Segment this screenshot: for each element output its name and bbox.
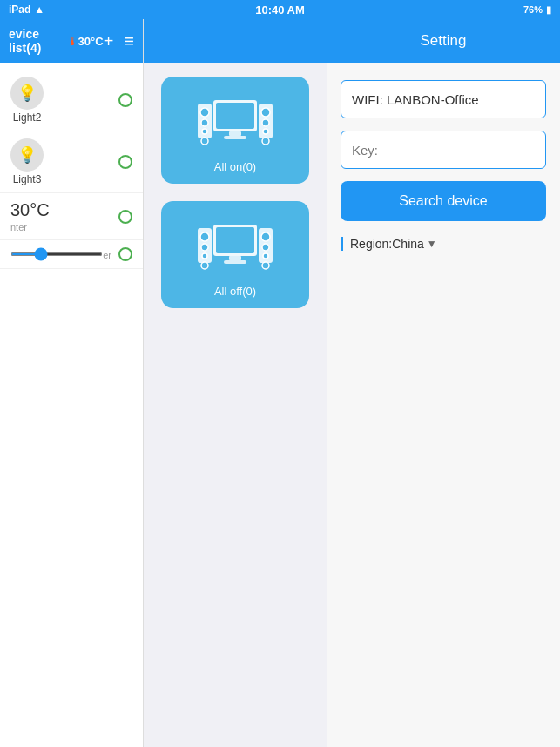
light2-label: Light2 — [13, 111, 42, 124]
svg-point-19 — [261, 232, 270, 241]
light2-status-dot — [118, 93, 132, 107]
status-right: 76% ▮ — [523, 4, 551, 16]
svg-point-26 — [201, 262, 208, 269]
battery-icon: ▮ — [546, 4, 551, 16]
battery-percent: 76% — [523, 4, 543, 15]
svg-point-21 — [263, 253, 268, 259]
temp-status-dot — [118, 210, 132, 224]
device-list: 💡 Light2 💡 Light3 30°C nter — [0, 63, 143, 747]
all-on-label: All on(0) — [214, 160, 256, 173]
svg-rect-24 — [229, 256, 241, 260]
app-container: evice list(4) 🌡 30°C + ≡ 💡 Light2 💡 — [0, 19, 560, 747]
temp-badge: 30°C — [78, 35, 104, 48]
brightness-slider[interactable] — [10, 252, 103, 256]
left-header: evice list(4) 🌡 30°C + ≡ — [0, 19, 143, 63]
light3-status-dot — [118, 155, 132, 169]
svg-point-16 — [201, 244, 208, 251]
left-panel: evice list(4) 🌡 30°C + ≡ 💡 Light2 💡 — [0, 19, 144, 747]
device-list-title: evice list(4) — [9, 27, 64, 55]
svg-rect-9 — [216, 103, 254, 129]
status-left: iPad ▲ — [9, 3, 44, 16]
middle-header — [144, 19, 327, 63]
svg-rect-11 — [224, 136, 246, 139]
svg-point-5 — [261, 108, 270, 117]
svg-point-20 — [262, 244, 269, 251]
middle-content: All on(0) — [144, 63, 327, 747]
light2-icon: 💡 — [10, 77, 44, 110]
home-theater-off-svg — [196, 218, 274, 274]
chevron-down-icon: ▼ — [427, 238, 437, 250]
right-header: Setting — [327, 19, 560, 63]
svg-point-15 — [200, 232, 209, 241]
svg-point-7 — [263, 129, 268, 134]
device-item-left: 💡 Light2 — [10, 77, 44, 124]
svg-point-2 — [201, 119, 208, 126]
region-label: Region:China — [350, 237, 424, 251]
wifi-input[interactable] — [341, 80, 546, 118]
add-icon[interactable]: + — [104, 31, 114, 51]
wifi-icon: ▲ — [34, 3, 44, 16]
svg-point-12 — [201, 138, 208, 145]
temp-sublabel: nter — [10, 222, 50, 232]
all-on-card[interactable]: All on(0) — [161, 77, 309, 184]
search-device-label: Search device — [399, 193, 487, 209]
svg-rect-25 — [224, 260, 246, 264]
svg-rect-10 — [229, 131, 241, 136]
svg-point-13 — [262, 138, 269, 145]
status-bar: iPad ▲ 10:40 AM 76% ▮ — [0, 0, 560, 19]
temp-value: 30°C — [10, 200, 50, 220]
temp-display: 30°C nter — [10, 200, 50, 232]
device-item-left-3: 💡 Light3 — [10, 138, 44, 185]
header-icons: + ≡ — [104, 31, 134, 51]
slider-label: er — [103, 250, 111, 260]
status-time: 10:40 AM — [255, 3, 305, 17]
temperature-icon: 🌡 — [67, 35, 78, 48]
search-device-button[interactable]: Search device — [341, 181, 546, 221]
svg-rect-23 — [216, 227, 254, 253]
slider-wrapper: er — [10, 248, 111, 260]
middle-panel: All on(0) — [144, 19, 327, 747]
all-off-label: All off(0) — [214, 285, 256, 298]
svg-point-17 — [202, 253, 207, 259]
key-input[interactable] — [341, 131, 546, 169]
menu-icon[interactable]: ≡ — [124, 31, 134, 51]
setting-title: Setting — [421, 32, 467, 50]
region-row[interactable]: Region:China ▼ — [341, 237, 546, 251]
temp-row: 30°C nter — [0, 193, 143, 240]
slider-status-dot — [118, 247, 132, 261]
device-item-light3[interactable]: 💡 Light3 — [0, 131, 143, 193]
right-panel: Setting Search device Region:China ▼ — [327, 19, 560, 747]
slider-row: er — [0, 240, 143, 269]
right-content: Search device Region:China ▼ — [327, 63, 560, 747]
svg-point-6 — [262, 119, 269, 126]
all-off-card[interactable]: All off(0) — [161, 201, 309, 308]
home-theater-on-svg — [196, 93, 274, 150]
light3-label: Light3 — [13, 173, 42, 185]
all-on-icon — [196, 91, 274, 151]
all-off-icon — [196, 215, 274, 276]
svg-point-27 — [262, 262, 269, 269]
svg-point-1 — [200, 108, 209, 117]
light3-icon: 💡 — [10, 138, 44, 172]
carrier-label: iPad — [9, 3, 30, 16]
device-item-light2[interactable]: 💡 Light2 — [0, 70, 143, 131]
svg-point-3 — [202, 129, 207, 134]
